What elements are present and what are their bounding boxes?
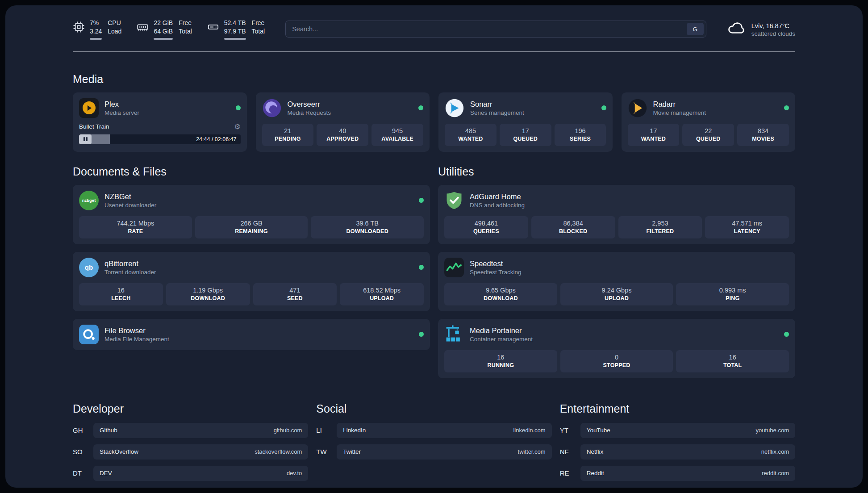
ram-metric: 22 GiB 64 GiB Free Total	[137, 19, 192, 40]
app-name: File Browser	[104, 326, 169, 335]
link-netflix[interactable]: NF Netflix netflix.com	[560, 444, 795, 460]
stat-tile: 9.24 Gbps UPLOAD	[560, 283, 673, 305]
link-dev[interactable]: DT DEV dev.to	[73, 466, 308, 481]
app-desc: Movie management	[653, 109, 706, 116]
now-playing-title: Bullet Train	[79, 123, 109, 130]
top-bar: 7% 3.24 CPU Load 22 GiB 64 GiB	[73, 5, 795, 40]
stat-tile: 47.571 ms LATENCY	[705, 216, 789, 238]
stat-tile: 86,384 BLOCKED	[531, 216, 615, 238]
link-stackoverflow[interactable]: SO StackOverflow stackoverflow.com	[73, 444, 308, 460]
app-desc: Media server	[104, 109, 139, 116]
player-progress-bar[interactable]: 24:44 / 02:06:47	[79, 134, 241, 144]
app-name: qBittorrent	[104, 259, 156, 268]
plex-icon	[79, 98, 99, 118]
stat-tile: 2,953 FILTERED	[618, 216, 702, 238]
stat-tile: 16 LEECH	[79, 283, 163, 305]
app-desc: DNS and adblocking	[470, 202, 525, 209]
filebrowser-icon	[79, 325, 99, 344]
ram-icon	[137, 19, 149, 40]
app-desc: Usenet downloader	[104, 202, 156, 209]
cpu-usage-value: 7%	[90, 19, 102, 27]
section-title-utilities: Utilities	[438, 165, 795, 178]
section-title-documents: Documents & Files	[73, 165, 430, 178]
stat-tile: 0.993 ms PING	[676, 283, 789, 305]
stat-tile: 744.21 Mbps RATE	[79, 216, 192, 238]
app-card-nzbget[interactable]: nzbget NZBGet Usenet downloader 744.21 M…	[73, 185, 430, 244]
search-input[interactable]	[292, 25, 687, 33]
gear-icon[interactable]: ⚙	[234, 123, 240, 130]
app-name: Overseerr	[288, 100, 331, 109]
cpu-metric: 7% 3.24 CPU Load	[73, 19, 121, 40]
app-desc: Torrent downloader	[104, 269, 156, 276]
link-reddit[interactable]: RE Reddit reddit.com	[560, 466, 795, 481]
app-desc: Media File Management	[104, 336, 169, 343]
section-title-entertainment: Entertainment	[560, 402, 795, 415]
app-card-portainer[interactable]: Media Portainer Container management 16 …	[438, 319, 795, 378]
ram-total-value: 64 GiB	[154, 27, 173, 36]
app-name: Sonarr	[470, 100, 524, 109]
cpu-label: CPU	[108, 19, 121, 27]
disk-total-value: 97.9 TB	[224, 27, 246, 36]
app-name: Radarr	[653, 100, 706, 109]
player-time: 24:44 / 02:06:47	[196, 136, 236, 142]
dashboard-page: 7% 3.24 CPU Load 22 GiB 64 GiB	[5, 5, 863, 488]
app-desc: Series management	[470, 109, 524, 116]
cpu-usage-bar	[90, 38, 102, 40]
section-title-developer: Developer	[73, 402, 308, 415]
status-dot	[601, 105, 606, 110]
app-card-radarr[interactable]: Radarr Movie management 17 WANTED 22 QUE…	[622, 92, 796, 152]
speedtest-icon	[444, 258, 464, 277]
stat-tile: 40 APPROVED	[317, 124, 368, 146]
app-desc: Speedtest Tracking	[470, 269, 522, 276]
developer-links: Developer GH Github github.com SO StackO…	[73, 402, 308, 487]
status-dot	[784, 105, 789, 110]
social-links: Social LI LinkedIn linkedin.com TW Twitt…	[316, 402, 551, 487]
link-github[interactable]: GH Github github.com	[73, 423, 308, 438]
portainer-icon	[444, 325, 464, 344]
weather-location: Lviv, 16.87°C	[751, 21, 795, 30]
app-card-adguard[interactable]: AdGuard Home DNS and adblocking 498,461 …	[438, 185, 795, 244]
status-dot	[418, 105, 423, 110]
qbittorrent-icon: qb	[79, 258, 99, 277]
ram-total-label: Total	[179, 27, 192, 36]
cpu-icon	[73, 19, 85, 40]
app-card-plex[interactable]: Plex Media server Bullet Train ⚙ 24:44 /…	[73, 92, 247, 152]
cpu-load-label: Load	[108, 27, 121, 36]
stat-tile: 9.65 Gbps DOWNLOAD	[444, 283, 557, 305]
link-linkedin[interactable]: LI LinkedIn linkedin.com	[316, 423, 551, 438]
app-name: Media Portainer	[470, 326, 533, 335]
disk-usage-bar	[224, 38, 246, 40]
status-dot	[236, 105, 241, 110]
entertainment-links: Entertainment YT YouTube youtube.com NF …	[560, 402, 795, 487]
documents-column: Documents & Files nzbget NZBGet Usenet d…	[73, 165, 430, 378]
adguard-icon	[444, 191, 464, 210]
stat-tile: 17 QUEUED	[500, 124, 551, 146]
app-card-speedtest[interactable]: Speedtest Speedtest Tracking 9.65 Gbps D…	[438, 252, 795, 311]
app-card-overseerr[interactable]: Overseerr Media Requests 21 PENDING 40 A…	[256, 92, 430, 152]
app-name: Speedtest	[470, 259, 522, 268]
pause-button[interactable]	[79, 134, 92, 144]
app-name: Plex	[104, 100, 139, 109]
weather-condition: scattered clouds	[751, 30, 795, 37]
app-desc: Media Requests	[288, 109, 331, 116]
radarr-icon	[628, 98, 647, 118]
disk-metric: 52.4 TB 97.9 TB Free Total	[207, 19, 265, 40]
section-title-media: Media	[73, 73, 795, 86]
link-youtube[interactable]: YT YouTube youtube.com	[560, 423, 795, 438]
app-card-sonarr[interactable]: Sonarr Series management 485 WANTED 17 Q…	[438, 92, 613, 152]
status-dot	[784, 332, 789, 337]
app-name: NZBGet	[104, 192, 156, 201]
app-card-qbittorrent[interactable]: qb qBittorrent Torrent downloader 16 LEE…	[73, 252, 430, 311]
ram-usage-bar	[154, 38, 173, 40]
link-twitter[interactable]: TW Twitter twitter.com	[316, 444, 551, 460]
disk-icon	[207, 19, 219, 40]
stat-tile: 16 RUNNING	[444, 350, 557, 372]
stat-tile: 17 WANTED	[628, 124, 680, 146]
weather-widget: Lviv, 16.87°C scattered clouds	[727, 21, 795, 37]
cloud-icon	[727, 21, 746, 37]
stat-tile: 1.19 Gbps DOWNLOAD	[166, 283, 250, 305]
status-dot	[419, 198, 424, 203]
search-engine-button[interactable]: G	[687, 23, 704, 35]
app-card-filebrowser[interactable]: File Browser Media File Management	[73, 319, 430, 350]
ram-free-value: 22 GiB	[154, 19, 173, 27]
